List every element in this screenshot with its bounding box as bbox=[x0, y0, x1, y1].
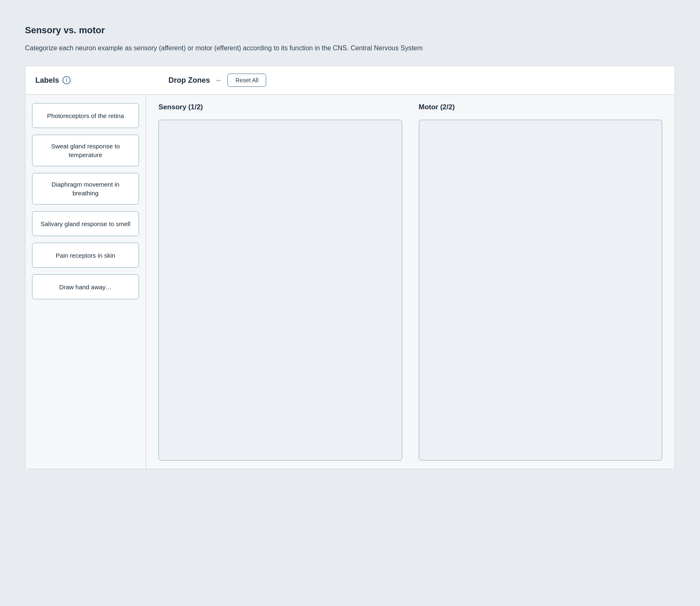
label-card-pain-receptors[interactable]: Pain receptors in skin bbox=[32, 243, 139, 268]
sensory-zone-section: Sensory (1/2) bbox=[158, 103, 402, 461]
label-card-draw-hand[interactable]: Draw hand away… bbox=[32, 274, 139, 299]
label-card-diaphragm[interactable]: Diaphragm movement in breathing bbox=[32, 173, 139, 204]
page-description: Categorize each neuron example as sensor… bbox=[25, 43, 482, 53]
sensory-drop-zone[interactable] bbox=[158, 120, 402, 461]
drop-zones-title: Drop Zones bbox=[168, 76, 210, 85]
motor-zone-section: Motor (2/2) bbox=[419, 103, 663, 461]
activity-container: Labels i Drop Zones ← Reset All Photorec… bbox=[25, 66, 675, 469]
info-icon[interactable]: i bbox=[62, 76, 71, 84]
labels-column: Photoreceptors of the retina Sweat gland… bbox=[25, 95, 146, 469]
back-arrow-icon[interactable]: ← bbox=[215, 76, 223, 85]
drop-zones-column: Sensory (1/2) Motor (2/2) bbox=[146, 95, 675, 469]
page-title: Sensory vs. motor bbox=[25, 25, 675, 36]
activity-body: Photoreceptors of the retina Sweat gland… bbox=[25, 95, 675, 469]
motor-drop-zone[interactable] bbox=[419, 120, 663, 461]
sensory-zone-label: Sensory (1/2) bbox=[158, 103, 402, 115]
activity-header: Labels i Drop Zones ← Reset All bbox=[25, 66, 675, 95]
label-card-salivary-gland[interactable]: Salivary gland response to smell bbox=[32, 211, 139, 236]
drop-zones-section-header: Drop Zones ← Reset All bbox=[168, 74, 266, 87]
labels-section-header: Labels i bbox=[35, 76, 143, 85]
label-card-sweat-gland[interactable]: Sweat gland response to temperature bbox=[32, 135, 139, 166]
motor-zone-label: Motor (2/2) bbox=[419, 103, 663, 115]
drop-zones-grid: Sensory (1/2) Motor (2/2) bbox=[158, 103, 662, 461]
labels-title: Labels bbox=[35, 76, 59, 85]
label-card-photoreceptors[interactable]: Photoreceptors of the retina bbox=[32, 103, 139, 128]
reset-all-button[interactable]: Reset All bbox=[228, 74, 266, 87]
page-container: Sensory vs. motor Categorize each neuron… bbox=[0, 0, 700, 486]
